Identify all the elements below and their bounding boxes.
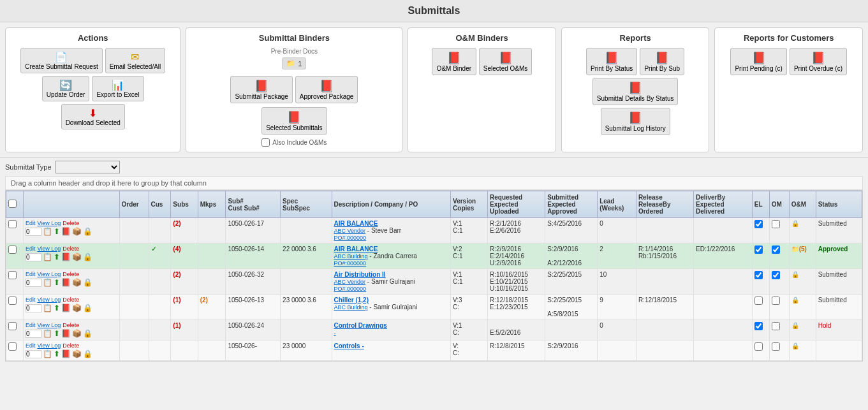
package-icon[interactable]: 📦 <box>72 349 82 358</box>
edit-link[interactable]: Edit <box>26 297 36 303</box>
om-binder-button[interactable]: 📕 O&M Binder <box>432 48 476 75</box>
select-all-checkbox[interactable] <box>8 200 17 208</box>
pdf-row-icon[interactable]: 📕 <box>61 329 71 338</box>
desc-title-link[interactable]: AIR BALANCE <box>334 220 378 227</box>
package-icon[interactable]: 📦 <box>72 304 82 312</box>
upload-icon[interactable]: ⬆ <box>54 227 60 236</box>
camera-icon[interactable]: 🔒 <box>83 304 92 312</box>
package-icon[interactable]: 📦 <box>72 278 82 287</box>
copy-icon[interactable]: 📋 <box>43 304 52 312</box>
copy-icon[interactable]: 📋 <box>43 349 52 358</box>
row-checkbox[interactable] <box>8 342 17 351</box>
delete-link[interactable]: Delete <box>63 220 79 226</box>
desc-po-link[interactable]: PO#:000000 <box>334 286 367 292</box>
download-selected-button[interactable]: ⬇ Download Selected <box>61 104 125 129</box>
row-checkbox[interactable] <box>8 271 17 279</box>
desc-title-link[interactable]: Controls - <box>334 342 364 349</box>
camera-icon[interactable]: 🔒 <box>83 329 92 338</box>
view-log-link[interactable]: View Log <box>37 297 61 303</box>
row-checkbox[interactable] <box>8 245 17 254</box>
camera-icon[interactable]: 🔒 <box>83 278 92 287</box>
om-checkbox[interactable] <box>772 297 780 305</box>
export-excel-button[interactable]: 📊 Export to Excel <box>92 76 143 101</box>
print-by-sub-button[interactable]: 📕 Print By Sub <box>640 48 684 75</box>
copy-icon[interactable]: 📋 <box>43 329 52 338</box>
desc-po-link[interactable]: PO#:000000 <box>334 260 367 267</box>
el-checkbox[interactable] <box>754 297 763 305</box>
camera-icon[interactable]: 🔒 <box>83 349 92 358</box>
also-include-oms-checkbox[interactable] <box>261 138 270 147</box>
el-checkbox[interactable] <box>754 245 763 254</box>
desc-title-link[interactable]: Control Drawings <box>334 322 387 329</box>
submittal-details-by-status-button[interactable]: 📕 Submittal Details By Status <box>592 78 679 105</box>
el-checkbox[interactable] <box>754 342 763 351</box>
desc-vendor-link[interactable]: ABC Vendor <box>334 279 366 285</box>
print-overdue-button[interactable]: 📕 Print Overdue (c) <box>790 48 847 75</box>
upload-icon[interactable]: ⬆ <box>54 253 60 261</box>
el-checkbox[interactable] <box>754 322 763 330</box>
pdf-row-icon[interactable]: 📕 <box>61 227 71 236</box>
print-by-status-button[interactable]: 📕 Print By Status <box>586 48 637 75</box>
copy-icon[interactable]: 📋 <box>43 278 52 287</box>
desc-vendor-link[interactable]: ABC Vendor <box>334 228 366 234</box>
order-input[interactable] <box>26 330 41 338</box>
upload-icon[interactable]: ⬆ <box>54 349 60 358</box>
order-input[interactable] <box>26 228 41 236</box>
pdf-row-icon[interactable]: 📕 <box>61 278 71 287</box>
desc-title-link[interactable]: AIR BALANCE <box>334 245 378 253</box>
email-selected-button[interactable]: ✉ Email Selected/All <box>105 48 166 73</box>
desc-vendor-link[interactable]: ABC Building <box>334 304 368 311</box>
desc-title-link[interactable]: Chiller (1,2) <box>334 297 369 304</box>
row-checkbox[interactable] <box>8 297 17 305</box>
om-checkbox[interactable] <box>772 220 780 228</box>
view-log-link[interactable]: View Log <box>37 220 61 226</box>
camera-icon[interactable]: 🔒 <box>83 227 92 236</box>
update-order-button[interactable]: 🔄 Update Order <box>42 76 90 101</box>
package-icon[interactable]: 📦 <box>72 253 82 261</box>
desc-title-link[interactable]: Air Distribution II <box>334 271 386 278</box>
delete-link[interactable]: Delete <box>63 322 79 328</box>
delete-link[interactable]: Delete <box>63 271 79 277</box>
order-input[interactable] <box>26 279 41 287</box>
selected-submittals-button[interactable]: 📕 Selected Submittals <box>261 107 327 135</box>
row-checkbox[interactable] <box>8 322 17 330</box>
package-icon[interactable]: 📦 <box>72 227 82 236</box>
desc-po-link[interactable]: PO#:000000 <box>334 235 367 241</box>
delete-link[interactable]: Delete <box>63 297 79 303</box>
edit-link[interactable]: Edit <box>26 342 36 349</box>
view-log-link[interactable]: View Log <box>37 342 61 349</box>
edit-link[interactable]: Edit <box>26 322 36 328</box>
edit-link[interactable]: Edit <box>26 220 36 226</box>
submittal-type-select[interactable]: Shop Drawings Product Data Samples O&Ms <box>55 161 120 173</box>
upload-icon[interactable]: ⬆ <box>54 278 60 287</box>
order-input[interactable] <box>26 253 41 261</box>
desc-vendor-link[interactable]: ABC Building <box>334 253 368 260</box>
create-submittal-button[interactable]: 📄 Create Submittal Request <box>20 48 103 73</box>
view-log-link[interactable]: View Log <box>37 245 61 252</box>
upload-icon[interactable]: ⬆ <box>54 329 60 338</box>
om-checkbox[interactable] <box>772 245 780 254</box>
order-input[interactable] <box>26 350 41 358</box>
order-input[interactable] <box>26 304 41 312</box>
camera-icon[interactable]: 🔒 <box>83 253 92 261</box>
desc-vendor-link[interactable]: - <box>334 330 336 336</box>
upload-icon[interactable]: ⬆ <box>54 304 60 312</box>
om-checkbox[interactable] <box>772 271 780 279</box>
view-log-link[interactable]: View Log <box>37 322 61 328</box>
row-checkbox[interactable] <box>8 220 17 228</box>
submittal-package-button[interactable]: 📕 Submittal Package <box>230 76 292 103</box>
edit-link[interactable]: Edit <box>26 245 36 252</box>
el-checkbox[interactable] <box>754 271 763 279</box>
om-checkbox[interactable] <box>772 322 780 330</box>
pdf-row-icon[interactable]: 📕 <box>61 253 71 261</box>
selected-oms-button[interactable]: 📕 Selected O&Ms <box>479 48 532 75</box>
approved-package-button[interactable]: 📕 Approved Package <box>295 76 358 103</box>
om-checkbox[interactable] <box>772 342 780 351</box>
delete-link[interactable]: Delete <box>63 245 79 252</box>
pdf-row-icon[interactable]: 📕 <box>61 304 71 312</box>
pdf-row-icon[interactable]: 📕 <box>61 349 71 358</box>
el-checkbox[interactable] <box>754 220 763 228</box>
edit-link[interactable]: Edit <box>26 271 36 277</box>
copy-icon[interactable]: 📋 <box>43 227 52 236</box>
submittal-log-history-button[interactable]: 📕 Submittal Log History <box>601 108 670 135</box>
